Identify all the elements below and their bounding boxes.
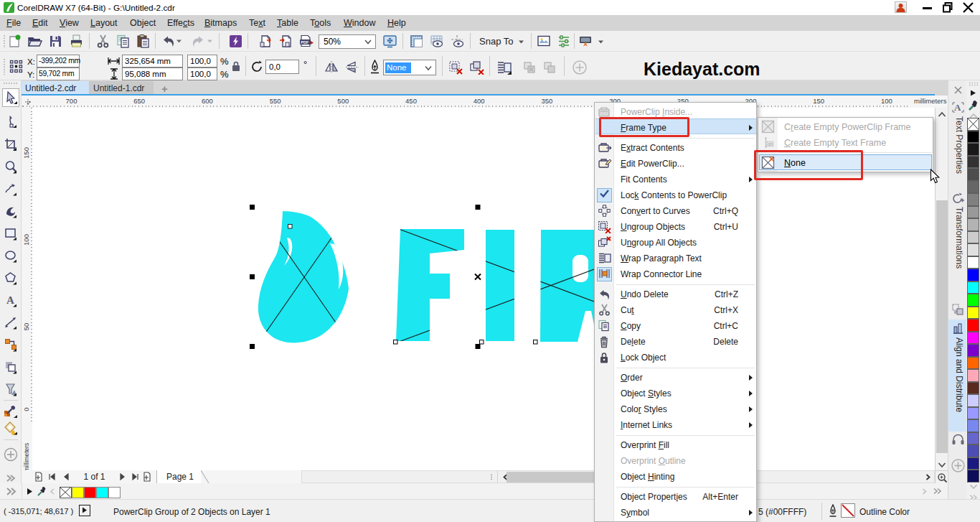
svg-text:350: 350 — [541, 97, 552, 105]
svg-text:150: 150 — [22, 147, 30, 159]
svg-text:0: 0 — [22, 407, 30, 411]
svg-text:600: 600 — [202, 97, 213, 105]
svg-text:PDF: PDF — [301, 40, 309, 45]
svg-text:400: 400 — [473, 97, 485, 105]
svg-text:550: 550 — [270, 97, 281, 105]
svg-text:450: 450 — [405, 97, 417, 105]
svg-text:millimeters: millimeters — [914, 97, 947, 105]
svg-text:700: 700 — [66, 97, 77, 105]
svg-text:ab: ab — [768, 141, 773, 146]
svg-text:50: 50 — [22, 323, 30, 331]
svg-text:A: A — [6, 294, 14, 306]
svg-text:A: A — [954, 102, 961, 113]
svg-text:100: 100 — [22, 234, 30, 246]
svg-text:150: 150 — [813, 97, 824, 105]
svg-text:650: 650 — [133, 97, 145, 105]
svg-text:millimeters: millimeters — [23, 443, 30, 470]
svg-text:100: 100 — [881, 97, 892, 105]
svg-text:500: 500 — [337, 97, 349, 105]
